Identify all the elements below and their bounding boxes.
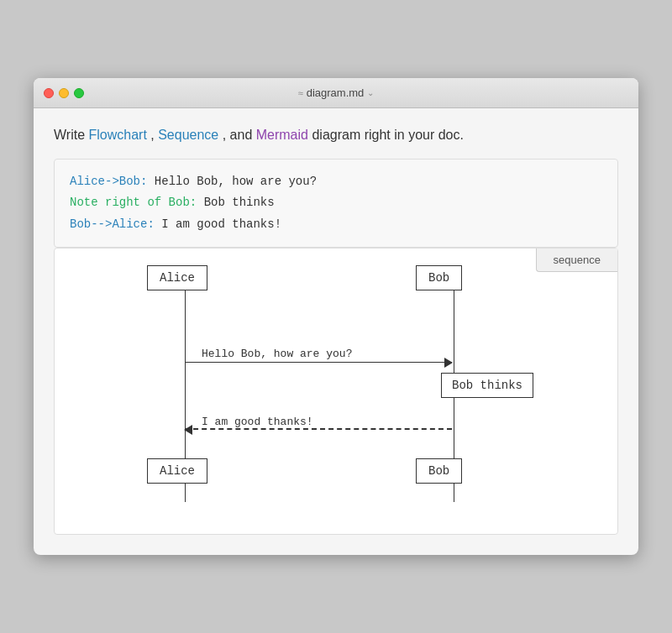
intro-sep1: ,	[150, 128, 158, 142]
maximize-button[interactable]	[74, 88, 84, 98]
traffic-lights	[44, 88, 84, 98]
reply-arrow: I am good thanks!	[185, 413, 452, 430]
code-block: Alice->Bob: Hello Bob, how are you? Note…	[54, 159, 618, 248]
flowchart-link[interactable]: Flowchart	[88, 128, 146, 142]
diagram-container: sequence Alice Bob Hello Bob, how are yo…	[54, 248, 618, 535]
hello-arrow-label: Hello Bob, how are you?	[202, 348, 352, 360]
reply-arrow-line	[185, 428, 452, 430]
hello-arrow-line	[185, 362, 452, 364]
code-line-1: Alice->Bob: Hello Bob, how are you?	[70, 171, 602, 192]
reply-arrow-label: I am good thanks!	[202, 416, 313, 428]
mermaid-link[interactable]: Mermaid	[256, 128, 308, 142]
alice-top-box: Alice	[147, 265, 207, 290]
bob-thinks-box: Bob thinks	[441, 373, 533, 398]
dropdown-caret-icon[interactable]: ⌄	[367, 88, 374, 97]
intro-suffix: diagram right in your doc.	[312, 128, 464, 142]
titlebar: ≈ diagram.md ⌄	[34, 78, 638, 108]
code-alice-arrow: Alice->Bob:	[70, 175, 147, 188]
window-title: ≈ diagram.md ⌄	[298, 86, 375, 99]
intro-paragraph: Write Flowchart , Sequence , and Mermaid…	[54, 125, 618, 145]
title-text: diagram.md	[307, 86, 365, 99]
code-note-keyword: Note right of Bob:	[70, 196, 197, 209]
alice-bottom-box: Alice	[147, 458, 207, 484]
intro-sep2: , and	[223, 128, 256, 142]
code-hello-text: Hello Bob, how are you?	[155, 175, 317, 188]
content-area: Write Flowchart , Sequence , and Mermaid…	[34, 108, 638, 555]
close-button[interactable]	[44, 88, 54, 98]
sequence-link[interactable]: Sequence	[158, 128, 218, 142]
file-icon: ≈	[298, 88, 303, 98]
code-bob-arrow: Bob-->Alice:	[70, 217, 155, 231]
bob-top-box: Bob	[416, 265, 462, 290]
minimize-button[interactable]	[59, 88, 69, 98]
code-line-2: Note right of Bob: Bob thinks	[70, 192, 602, 213]
code-note-text: Bob thinks	[204, 196, 275, 209]
code-reply-text: I am good thanks!	[161, 217, 281, 231]
intro-prefix: Write	[54, 128, 88, 142]
hello-arrow: Hello Bob, how are you?	[185, 348, 452, 364]
app-window: ≈ diagram.md ⌄ Write Flowchart , Sequenc…	[34, 78, 638, 555]
code-line-3: Bob-->Alice: I am good thanks!	[70, 214, 602, 235]
diagram-inner: Alice Bob Hello Bob, how are you? Bob th…	[55, 248, 617, 534]
bob-bottom-box: Bob	[416, 458, 462, 484]
